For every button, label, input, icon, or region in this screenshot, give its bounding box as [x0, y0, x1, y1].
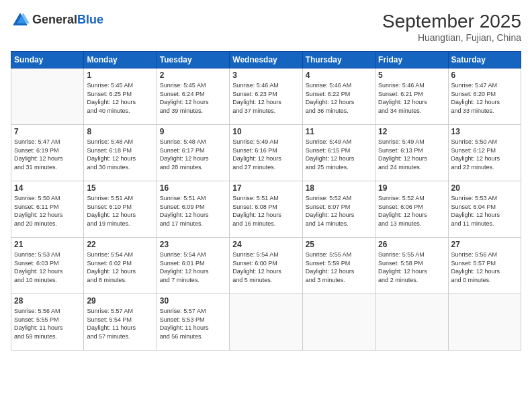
cell-info: Sunrise: 5:49 AMSunset: 6:15 PMDaylight:…	[306, 138, 372, 171]
day-number: 7	[14, 127, 81, 136]
cell-info: Sunrise: 5:54 AMSunset: 6:01 PMDaylight:…	[160, 250, 226, 284]
cell-info: Sunrise: 5:45 AMSunset: 6:24 PMDaylight:…	[160, 81, 226, 115]
calendar-day-header: Tuesday	[157, 52, 229, 68]
day-number: 24	[232, 240, 299, 249]
day-number: 11	[306, 127, 372, 136]
cell-info: Sunrise: 5:51 AMSunset: 6:09 PMDaylight:…	[160, 194, 226, 228]
day-number: 3	[232, 71, 299, 80]
day-number: 22	[87, 240, 153, 249]
calendar-day-header: Wednesday	[230, 52, 302, 68]
logo-icon	[11, 11, 30, 30]
cell-info: Sunrise: 5:57 AMSunset: 5:53 PMDaylight:…	[160, 307, 226, 340]
calendar-cell: 13Sunrise: 5:50 AMSunset: 6:12 PMDayligh…	[448, 125, 521, 181]
cell-info: Sunrise: 5:53 AMSunset: 6:03 PMDaylight:…	[14, 250, 81, 284]
calendar-cell: 20Sunrise: 5:53 AMSunset: 6:04 PMDayligh…	[448, 181, 521, 238]
calendar-cell	[11, 68, 84, 125]
day-number: 25	[306, 240, 372, 249]
day-number: 20	[451, 183, 518, 193]
calendar-cell: 2Sunrise: 5:45 AMSunset: 6:24 PMDaylight…	[157, 68, 229, 125]
cell-info: Sunrise: 5:51 AMSunset: 6:10 PMDaylight:…	[87, 194, 153, 228]
cell-info: Sunrise: 5:51 AMSunset: 6:08 PMDaylight:…	[232, 194, 299, 228]
calendar-day-header: Saturday	[448, 52, 521, 68]
title-block: September 2025 Huangtian, Fujian, China	[382, 11, 521, 43]
calendar-cell: 5Sunrise: 5:46 AMSunset: 6:21 PMDaylight…	[375, 68, 448, 125]
cell-info: Sunrise: 5:50 AMSunset: 6:11 PMDaylight:…	[14, 194, 81, 228]
calendar-cell: 16Sunrise: 5:51 AMSunset: 6:09 PMDayligh…	[157, 181, 229, 238]
calendar-week-row: 21Sunrise: 5:53 AMSunset: 6:03 PMDayligh…	[11, 238, 521, 294]
cell-info: Sunrise: 5:56 AMSunset: 5:57 PMDaylight:…	[451, 250, 518, 284]
calendar-cell	[448, 294, 521, 351]
calendar-cell: 29Sunrise: 5:57 AMSunset: 5:54 PMDayligh…	[84, 294, 157, 351]
cell-info: Sunrise: 5:48 AMSunset: 6:17 PMDaylight:…	[160, 138, 226, 171]
day-number: 19	[378, 183, 445, 193]
calendar-cell: 10Sunrise: 5:49 AMSunset: 6:16 PMDayligh…	[230, 125, 302, 181]
cell-info: Sunrise: 5:53 AMSunset: 6:04 PMDaylight:…	[451, 194, 518, 228]
day-number: 23	[160, 240, 226, 249]
day-number: 15	[87, 183, 153, 193]
day-number: 14	[14, 183, 81, 193]
calendar-cell: 6Sunrise: 5:47 AMSunset: 6:20 PMDaylight…	[448, 68, 521, 125]
month-title: September 2025	[382, 11, 521, 32]
calendar-week-row: 7Sunrise: 5:47 AMSunset: 6:19 PMDaylight…	[11, 125, 521, 181]
day-number: 18	[306, 183, 372, 193]
calendar-cell: 18Sunrise: 5:52 AMSunset: 6:07 PMDayligh…	[302, 181, 375, 238]
logo: GeneralBlue	[11, 11, 103, 30]
calendar-cell: 30Sunrise: 5:57 AMSunset: 5:53 PMDayligh…	[157, 294, 229, 351]
logo-blue: Blue	[77, 13, 103, 26]
cell-info: Sunrise: 5:49 AMSunset: 6:16 PMDaylight:…	[232, 138, 299, 171]
calendar-day-header: Monday	[84, 52, 157, 68]
calendar-cell: 25Sunrise: 5:55 AMSunset: 5:59 PMDayligh…	[302, 238, 375, 294]
calendar-cell	[302, 294, 375, 351]
header: GeneralBlue September 2025 Huangtian, Fu…	[11, 11, 521, 43]
calendar-table: SundayMondayTuesdayWednesdayThursdayFrid…	[11, 51, 521, 351]
calendar-header-row: SundayMondayTuesdayWednesdayThursdayFrid…	[11, 52, 521, 68]
cell-info: Sunrise: 5:50 AMSunset: 6:12 PMDaylight:…	[451, 138, 518, 171]
calendar-week-row: 1Sunrise: 5:45 AMSunset: 6:25 PMDaylight…	[11, 68, 521, 125]
calendar-cell: 17Sunrise: 5:51 AMSunset: 6:08 PMDayligh…	[230, 181, 302, 238]
location: Huangtian, Fujian, China	[382, 32, 521, 43]
calendar-cell: 26Sunrise: 5:55 AMSunset: 5:58 PMDayligh…	[375, 238, 448, 294]
calendar-cell: 7Sunrise: 5:47 AMSunset: 6:19 PMDaylight…	[11, 125, 84, 181]
calendar-week-row: 14Sunrise: 5:50 AMSunset: 6:11 PMDayligh…	[11, 181, 521, 238]
cell-info: Sunrise: 5:46 AMSunset: 6:23 PMDaylight:…	[232, 81, 299, 115]
cell-info: Sunrise: 5:46 AMSunset: 6:21 PMDaylight:…	[378, 81, 445, 115]
cell-info: Sunrise: 5:52 AMSunset: 6:07 PMDaylight:…	[306, 194, 372, 228]
day-number: 26	[378, 240, 445, 249]
logo-text: GeneralBlue	[32, 13, 103, 27]
cell-info: Sunrise: 5:56 AMSunset: 5:55 PMDaylight:…	[14, 307, 81, 340]
cell-info: Sunrise: 5:48 AMSunset: 6:18 PMDaylight:…	[87, 138, 153, 171]
day-number: 1	[87, 71, 153, 80]
cell-info: Sunrise: 5:45 AMSunset: 6:25 PMDaylight:…	[87, 81, 153, 115]
day-number: 16	[160, 183, 226, 193]
day-number: 17	[232, 183, 299, 193]
cell-info: Sunrise: 5:47 AMSunset: 6:20 PMDaylight:…	[451, 81, 518, 115]
calendar-cell: 4Sunrise: 5:46 AMSunset: 6:22 PMDaylight…	[302, 68, 375, 125]
cell-info: Sunrise: 5:55 AMSunset: 5:59 PMDaylight:…	[306, 250, 372, 284]
cell-info: Sunrise: 5:52 AMSunset: 6:06 PMDaylight:…	[378, 194, 445, 228]
day-number: 4	[306, 71, 372, 80]
calendar-cell: 9Sunrise: 5:48 AMSunset: 6:17 PMDaylight…	[157, 125, 229, 181]
calendar-cell: 11Sunrise: 5:49 AMSunset: 6:15 PMDayligh…	[302, 125, 375, 181]
page: GeneralBlue September 2025 Huangtian, Fu…	[0, 0, 532, 411]
day-number: 29	[87, 296, 153, 306]
calendar-cell: 12Sunrise: 5:49 AMSunset: 6:13 PMDayligh…	[375, 125, 448, 181]
cell-info: Sunrise: 5:57 AMSunset: 5:54 PMDaylight:…	[87, 307, 153, 340]
day-number: 13	[451, 127, 518, 136]
cell-info: Sunrise: 5:54 AMSunset: 6:00 PMDaylight:…	[232, 250, 299, 284]
calendar-cell: 8Sunrise: 5:48 AMSunset: 6:18 PMDaylight…	[84, 125, 157, 181]
calendar-cell	[375, 294, 448, 351]
calendar-cell: 24Sunrise: 5:54 AMSunset: 6:00 PMDayligh…	[230, 238, 302, 294]
day-number: 10	[232, 127, 299, 136]
calendar-cell: 3Sunrise: 5:46 AMSunset: 6:23 PMDaylight…	[230, 68, 302, 125]
day-number: 21	[14, 240, 81, 249]
day-number: 12	[378, 127, 445, 136]
day-number: 5	[378, 71, 445, 80]
calendar-cell	[230, 294, 302, 351]
logo-general: General	[32, 13, 77, 26]
cell-info: Sunrise: 5:49 AMSunset: 6:13 PMDaylight:…	[378, 138, 445, 171]
day-number: 28	[14, 296, 81, 306]
calendar-cell: 14Sunrise: 5:50 AMSunset: 6:11 PMDayligh…	[11, 181, 84, 238]
cell-info: Sunrise: 5:55 AMSunset: 5:58 PMDaylight:…	[378, 250, 445, 284]
calendar-day-header: Friday	[375, 52, 448, 68]
calendar-cell: 15Sunrise: 5:51 AMSunset: 6:10 PMDayligh…	[84, 181, 157, 238]
